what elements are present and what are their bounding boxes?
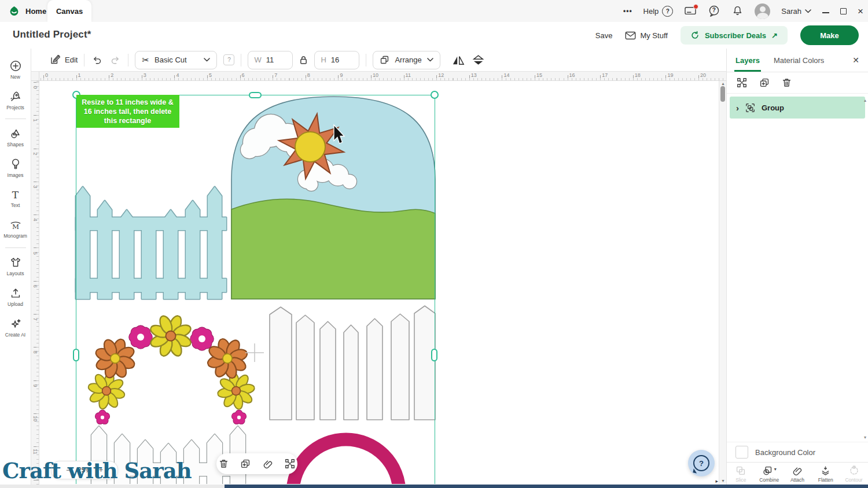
sidebar-item-label: Upload [8,301,23,307]
flower-arch-shape[interactable] [84,308,258,424]
make-button[interactable]: Make [800,25,859,45]
tab-home[interactable]: Home [8,0,46,22]
canvas-vertical-scrollbar[interactable]: ▴ ▾ [719,81,726,484]
subscriber-deals-label: Subscriber Deals [705,31,766,40]
width-label: W [254,56,261,64]
linetype-help-badge[interactable]: ? [223,54,234,65]
sidebar-item-create-ai[interactable]: Create AI [0,312,31,343]
edit-button[interactable]: Edit [50,54,78,65]
height-value: 16 [331,56,339,64]
attach-label: Attach [790,477,804,483]
ruler-number: 16 [569,72,575,78]
ai-sparkle-icon [9,317,22,330]
notifications-bell-icon[interactable] [731,5,744,17]
sidebar-item-label: Projects [6,105,24,110]
canvas-artwork[interactable] [39,81,719,484]
duplicate-icon[interactable] [759,77,770,88]
chat-help-button[interactable]: ? [708,5,720,17]
delete-icon[interactable] [219,459,229,469]
background-color-swatch[interactable] [735,446,748,459]
divider [128,54,128,66]
sidebar-item-images[interactable]: Images [0,153,31,183]
ruler-number: 4 [32,216,38,224]
height-field[interactable]: H 16 [314,51,359,69]
user-avatar[interactable] [755,3,770,19]
scrollbar-thumb[interactable] [720,86,725,102]
notification-dot [693,4,698,9]
ruler-number: 12 [438,72,444,78]
white-picket-fence-shape[interactable] [270,306,435,420]
sidebar-item-layouts[interactable]: Layouts [0,251,31,282]
save-button[interactable]: Save [595,31,613,40]
group-layer-icon [745,103,755,113]
upload-icon [9,287,22,300]
instruction-rectangle[interactable]: Resize to 11 inches wide & 16 inches tal… [76,95,179,128]
my-stuff-button[interactable]: My Stuff [625,31,667,40]
linetype-value: Basic Cut [155,56,187,64]
attach-icon[interactable] [262,459,273,469]
combine-caret-icon: ▾ [774,467,777,472]
sidebar-item-shapes[interactable]: Shapes [0,122,31,153]
chevron-down-icon [204,58,210,62]
sidebar-item-new[interactable]: New [0,54,31,85]
subscriber-deals-button[interactable]: Subscriber Deals ↗ [681,26,788,45]
panel-close-icon[interactable]: ✕ [852,56,859,65]
ruler-number: 6 [32,282,38,290]
lock-aspect-icon[interactable] [299,55,308,65]
scroll-right-icon[interactable]: ▸ [715,478,718,484]
monogram-icon: M [9,220,23,231]
undo-icon[interactable] [91,54,103,66]
redo-icon[interactable] [109,54,122,66]
group-icon[interactable] [737,77,747,88]
feedback-button[interactable] [684,6,697,16]
craft-with-sarah-watermark: Craft with Sarah [2,458,192,483]
window-minimize-button[interactable] [822,12,829,13]
sidebar-item-projects[interactable]: Projects [0,85,31,116]
scroll-up-icon[interactable]: ▴ [864,98,866,103]
flatten-label: Flatten [818,477,833,483]
duplicate-icon[interactable] [240,459,251,469]
flip-horizontal-icon[interactable] [451,54,465,66]
window-close-button[interactable]: × [858,6,863,16]
pink-arch-shape[interactable] [293,439,399,484]
slice-label: Slice [735,477,746,483]
canvas-workspace[interactable]: Resize to 11 inches wide & 16 inches tal… [39,81,719,484]
expand-chevron-icon[interactable]: › [736,103,739,113]
ruler-number: 9 [340,72,343,78]
ruler-number: 3 [144,72,146,78]
blue-fence-shape[interactable] [76,187,226,299]
arrange-dropdown[interactable]: Arrange [373,51,440,69]
bottom-scrollbar-thumb[interactable] [225,485,868,488]
tab-layers[interactable]: Layers [735,56,760,65]
help-menu[interactable]: Help ? [643,6,674,17]
ruler-number: 1 [78,72,81,78]
selection-handle-top-center[interactable] [249,92,262,98]
help-bubble-button[interactable]: ? [688,450,715,476]
tab-canvas[interactable]: Canvas [47,0,91,22]
selection-handle-top-right[interactable] [431,91,439,99]
sidebar-item-upload[interactable]: Upload [0,282,31,312]
selection-handle-middle-left[interactable] [73,349,79,361]
bottom-scrollbar-track[interactable] [0,485,225,488]
home-label: Home [25,7,46,16]
delete-icon[interactable] [782,77,792,88]
linetype-dropdown[interactable]: ✂ Basic Cut [135,51,217,69]
ruler-corner [31,72,39,81]
contour-icon [849,465,859,476]
flip-vertical-icon[interactable] [472,54,486,66]
selection-handle-middle-right[interactable] [431,349,437,361]
arch-scene-shape[interactable] [231,97,435,299]
text-tool-icon: T [12,189,19,201]
sidebar-item-text[interactable]: T Text [0,183,31,214]
layer-row-group[interactable]: › Group [730,97,865,119]
sidebar-item-monogram[interactable]: M Monogram [0,214,31,245]
window-maximize-button[interactable] [840,8,847,14]
scroll-down-icon[interactable]: ▾ [864,435,866,440]
group-icon[interactable] [285,459,295,469]
width-field[interactable]: W 11 [248,51,293,69]
ruler-number: 8 [307,72,310,78]
width-value: 11 [266,56,274,64]
tab-material-colors[interactable]: Material Colors [774,56,824,65]
account-menu[interactable]: Sarah [781,7,811,16]
more-menu-icon[interactable]: ••• [623,7,632,15]
